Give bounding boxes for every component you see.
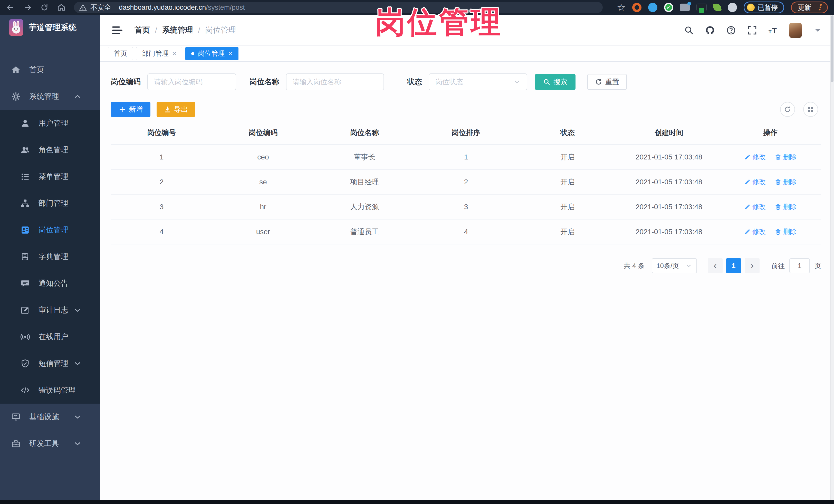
cell-name: 项目经理 xyxy=(314,170,415,194)
update-button[interactable]: 更新⋮ xyxy=(791,2,828,13)
cell-created: 2021-01-05 17:03:48 xyxy=(618,145,720,170)
sidebar-item-errcode[interactable]: 错误码管理 xyxy=(0,377,100,403)
extension-keyboard-icon[interactable] xyxy=(680,4,690,11)
edit-link[interactable]: 修改 xyxy=(744,177,766,187)
add-button[interactable]: 新增 xyxy=(111,102,150,117)
window-scrollbar[interactable] xyxy=(830,15,834,500)
breadcrumb-home[interactable]: 首页 xyxy=(134,25,150,36)
cell-status: 开启 xyxy=(517,145,618,170)
hamburger-icon[interactable] xyxy=(111,25,123,36)
sidebar-item-notice[interactable]: 通知公告 xyxy=(0,270,100,297)
help-icon[interactable] xyxy=(726,25,736,35)
breadcrumb-system[interactable]: 系统管理 xyxy=(162,25,193,36)
sidebar-item-auditlog[interactable]: 审计日志 xyxy=(0,297,100,324)
paused-extension-pill[interactable]: 已暂停 xyxy=(744,2,784,13)
post-code-input[interactable] xyxy=(147,73,236,90)
status-select[interactable]: 岗位状态 xyxy=(429,73,527,90)
fullscreen-icon[interactable] xyxy=(747,25,757,35)
prev-page-button[interactable]: ‹ xyxy=(708,258,723,273)
home-icon xyxy=(11,65,21,74)
sidebar-item-home[interactable]: 首页 xyxy=(0,57,100,83)
table-settings xyxy=(780,102,818,117)
app-logo-row[interactable]: 芋道管理系统 xyxy=(0,15,100,40)
sidebar-item-menu[interactable]: 菜单管理 xyxy=(0,163,100,190)
search-button[interactable]: 搜索 xyxy=(535,74,575,90)
cell-sort: 4 xyxy=(415,219,517,244)
breadcrumb-separator: / xyxy=(198,26,200,35)
font-size-icon[interactable]: TT xyxy=(768,25,778,35)
emoji-face-icon xyxy=(747,4,755,11)
extension-leaf-icon[interactable] xyxy=(713,3,722,12)
kebab-menu-icon[interactable]: ⋮ xyxy=(816,4,824,11)
bookmark-star-icon[interactable]: ☆ xyxy=(617,3,626,12)
browser-forward-icon[interactable] xyxy=(23,3,32,12)
post-name-input[interactable] xyxy=(286,73,384,90)
chevron-down-icon xyxy=(73,306,82,315)
reset-button[interactable]: 重置 xyxy=(587,74,627,90)
export-button[interactable]: 导出 xyxy=(157,102,195,117)
sidebar-item-post[interactable]: 岗位管理 xyxy=(0,217,100,243)
badge-icon xyxy=(21,225,30,235)
address-bar[interactable]: 不安全 dashboard.yudao.iocoder.cn/system/po… xyxy=(74,2,603,13)
table-row: 3hr人力资源3开启2021-01-05 17:03:48修改删除 xyxy=(111,194,821,219)
scrollbar-thumb[interactable] xyxy=(831,16,833,82)
tab-home[interactable]: 首页 xyxy=(108,47,133,60)
download-icon xyxy=(164,106,171,113)
table-header-row: 岗位编号岗位编码岗位名称岗位排序状态创建时间操作 xyxy=(111,123,821,145)
close-icon[interactable]: × xyxy=(172,50,176,57)
extension-puzzle-icon[interactable] xyxy=(728,3,737,12)
chevron-down-icon[interactable] xyxy=(813,25,823,35)
edit-link[interactable]: 修改 xyxy=(744,153,766,161)
add-button-label: 新增 xyxy=(129,105,143,114)
search-icon[interactable] xyxy=(684,25,694,35)
column-settings-button[interactable] xyxy=(803,102,818,117)
browser-reload-icon[interactable] xyxy=(40,3,49,12)
breadcrumb-separator: / xyxy=(155,26,157,35)
browser-back-icon[interactable] xyxy=(6,3,15,12)
update-label: 更新 xyxy=(798,3,811,12)
page-size-select[interactable]: 10条/页 xyxy=(652,258,697,273)
page-unit-label: 页 xyxy=(814,261,821,270)
close-icon[interactable]: × xyxy=(228,50,232,57)
sidebar-item-infra[interactable]: 基础设施 xyxy=(0,403,100,430)
app-window: 芋道管理系统 首页系统管理用户管理角色管理菜单管理部门管理岗位管理字典管理通知公… xyxy=(0,15,834,500)
extension-server-icon[interactable] xyxy=(697,4,707,11)
goto-page-input[interactable] xyxy=(789,258,810,273)
page-1-button[interactable]: 1 xyxy=(726,258,741,273)
extension-ring-icon[interactable] xyxy=(632,3,641,12)
delete-link[interactable]: 删除 xyxy=(775,202,796,211)
user-avatar[interactable] xyxy=(789,23,802,38)
sidebar-item-label: 系统管理 xyxy=(29,91,59,102)
security-label[interactable]: 不安全 xyxy=(90,3,111,12)
next-page-button[interactable]: › xyxy=(745,258,760,273)
sidebar-item-label: 首页 xyxy=(29,65,44,75)
status-select-placeholder: 岗位状态 xyxy=(435,77,463,87)
delete-link[interactable]: 删除 xyxy=(775,177,796,187)
sidebar-item-system[interactable]: 系统管理 xyxy=(0,83,100,110)
filter-form: 岗位编码 岗位名称 状态 岗位状态 搜索 重置 xyxy=(111,73,821,90)
sidebar-item-dict[interactable]: 字典管理 xyxy=(0,243,100,270)
page-url[interactable]: dashboard.yudao.iocoder.cn/system/post xyxy=(119,4,245,12)
sidebar-item-user[interactable]: 用户管理 xyxy=(0,110,100,137)
sidebar-item-dept[interactable]: 部门管理 xyxy=(0,190,100,217)
refresh-table-button[interactable] xyxy=(780,102,795,117)
delete-link[interactable]: 删除 xyxy=(775,153,796,161)
gear-icon xyxy=(11,92,21,101)
tab-dept[interactable]: 部门管理× xyxy=(136,47,182,60)
tab-post[interactable]: 岗位管理× xyxy=(185,47,238,60)
cell-id: 2 xyxy=(111,170,212,194)
github-icon[interactable] xyxy=(705,25,715,35)
extension-check-icon[interactable]: ✓ xyxy=(664,3,673,12)
tab-label: 岗位管理 xyxy=(198,49,225,58)
delete-link[interactable]: 删除 xyxy=(775,227,796,236)
sidebar-item-sms[interactable]: 短信管理 xyxy=(0,350,100,377)
sidebar-item-devtool[interactable]: 研发工具 xyxy=(0,430,100,457)
extension-drop-icon[interactable] xyxy=(648,3,657,12)
edit-link[interactable]: 修改 xyxy=(744,227,766,236)
sidebar-item-online[interactable]: 在线用户 xyxy=(0,324,100,350)
browser-home-icon[interactable] xyxy=(57,3,66,12)
sidebar-item-role[interactable]: 角色管理 xyxy=(0,137,100,163)
edit-label: 修改 xyxy=(752,177,766,187)
edit-link[interactable]: 修改 xyxy=(744,202,766,211)
list-icon xyxy=(21,172,30,181)
